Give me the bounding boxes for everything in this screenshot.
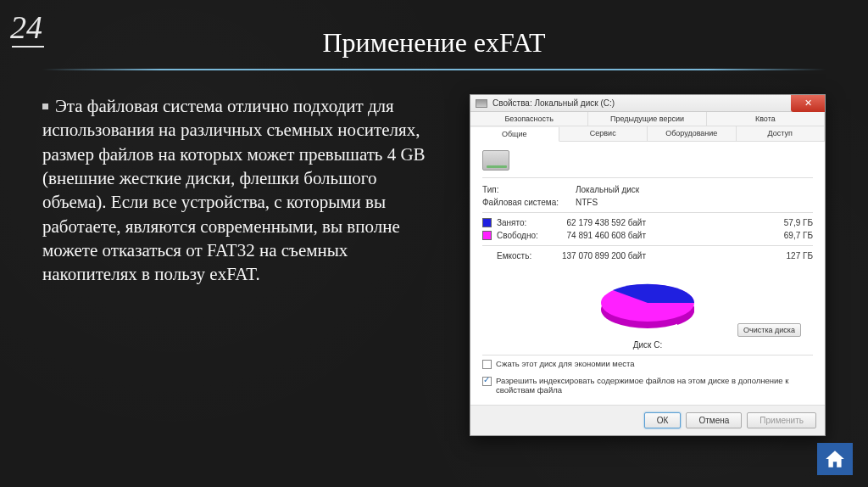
capacity-bytes: 137 070 899 200 байт [544, 251, 663, 260]
tab-quota[interactable]: Квота [707, 112, 825, 126]
compress-label: Сжать этот диск для экономии места [496, 359, 634, 368]
free-label: Свободно: [497, 231, 544, 240]
home-button[interactable] [817, 443, 853, 475]
capacity-label: Емкость: [497, 251, 544, 260]
properties-dialog-screenshot: Свойства: Локальный диск (C:) ✕ Безопасн… [470, 94, 826, 436]
cancel-button[interactable]: Отмена [686, 412, 742, 428]
pie-label: Диск C: [482, 340, 813, 355]
ok-button[interactable]: ОК [644, 412, 682, 428]
home-icon [824, 448, 846, 470]
compress-checkbox[interactable] [482, 360, 492, 369]
disk-usage-pie-chart [593, 269, 703, 337]
tabs-row-top: Безопасность Предыдущие версии Квота [470, 112, 825, 126]
tab-service[interactable]: Сервис [559, 126, 648, 141]
capacity-gb: 127 ГБ [663, 251, 813, 260]
slide-number-text: 24 [10, 9, 42, 45]
disk-cleanup-button[interactable]: Очистка диска [737, 323, 801, 337]
tab-previous-versions[interactable]: Предыдущие версии [588, 112, 706, 126]
body-paragraph: Эта файловая система отлично подходит дл… [42, 96, 426, 284]
close-button[interactable]: ✕ [791, 95, 825, 112]
type-value: Локальный диск [576, 185, 639, 194]
fs-label: Файловая система: [482, 198, 576, 207]
free-bytes: 74 891 460 608 байт [544, 231, 663, 240]
slide-title: Применение exFAT [0, 0, 868, 59]
used-gb: 57,9 ГБ [663, 218, 813, 227]
tabs-row-bottom: Общие Сервис Оборудование Доступ [470, 126, 825, 142]
body-text: Эта файловая система отлично подходит дл… [42, 94, 444, 436]
bullet-icon [42, 104, 48, 109]
used-swatch [482, 218, 492, 227]
type-label: Тип: [482, 185, 576, 194]
used-label: Занято: [497, 218, 544, 227]
free-swatch [482, 231, 492, 240]
fs-value: NTFS [576, 198, 598, 207]
dialog-titlebar: Свойства: Локальный диск (C:) ✕ [470, 95, 825, 112]
free-gb: 69,7 ГБ [663, 231, 813, 240]
used-bytes: 62 179 438 592 байт [544, 218, 663, 227]
apply-button[interactable]: Применить [747, 412, 816, 428]
drive-icon [482, 150, 509, 171]
slide-number: 24 [10, 8, 42, 46]
index-label: Разрешить индексировать содержимое файло… [496, 376, 813, 395]
index-checkbox[interactable] [482, 377, 492, 386]
tab-access[interactable]: Доступ [737, 126, 826, 141]
tab-general[interactable]: Общие [470, 127, 559, 142]
disk-icon [476, 99, 487, 108]
dialog-title: Свойства: Локальный диск (C:) [492, 98, 615, 108]
tab-hardware[interactable]: Оборудование [648, 126, 737, 141]
tab-security[interactable]: Безопасность [470, 112, 588, 126]
